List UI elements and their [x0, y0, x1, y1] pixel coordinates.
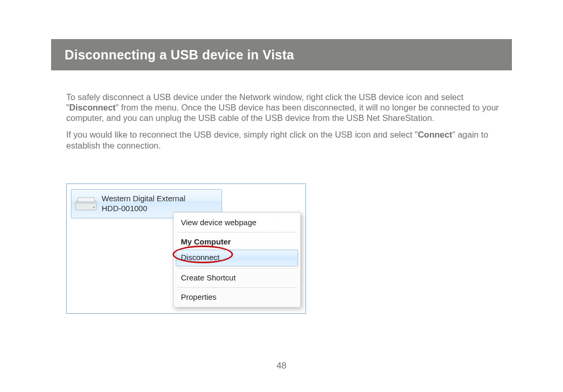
bold-text: Disconnect: [69, 103, 116, 112]
menu-item-properties[interactable]: Properties: [176, 289, 298, 305]
menu-separator: [177, 287, 297, 288]
bold-text: Connect: [418, 130, 452, 139]
text: " from the menu. Once the USB device has…: [66, 103, 499, 123]
menu-item-my-computer[interactable]: My Computer: [176, 234, 298, 250]
section-header-bar: Disconnecting a USB device in Vista: [51, 39, 512, 70]
menu-item-disconnect[interactable]: Disconnect: [176, 250, 298, 266]
manual-page: Disconnecting a USB device in Vista To s…: [0, 0, 563, 392]
menu-item-create-shortcut[interactable]: Create Shortcut: [176, 270, 298, 286]
usb-device-label: Western Digital External HDD-001000: [102, 194, 186, 214]
paragraph-1: To safely disconnect a USB device under …: [66, 92, 499, 123]
screenshot-figure: Western Digital External HDD-001000 View…: [66, 183, 306, 314]
svg-rect-2: [78, 198, 94, 202]
context-menu: View device webpage My Computer Disconne…: [173, 212, 301, 308]
text: If you would like to reconnect the USB d…: [66, 130, 418, 139]
menu-item-view-device-webpage[interactable]: View device webpage: [176, 215, 298, 230]
external-hdd-icon: [75, 195, 97, 212]
section-title: Disconnecting a USB device in Vista: [65, 47, 294, 63]
page-number: 48: [0, 361, 563, 371]
svg-point-3: [93, 207, 95, 209]
body-copy: To safely disconnect a USB device under …: [66, 92, 499, 157]
paragraph-2: If you would like to reconnect the USB d…: [66, 129, 499, 150]
menu-separator: [177, 232, 297, 232]
menu-separator: [177, 268, 297, 268]
